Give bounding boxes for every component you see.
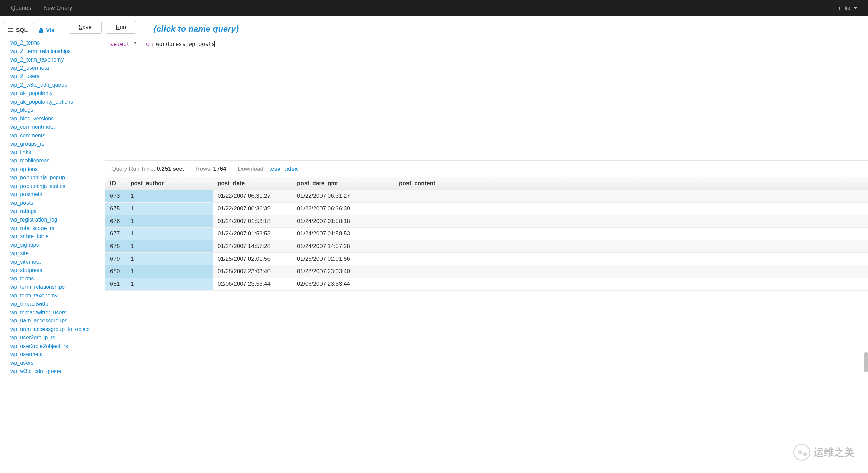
cell-post_date: 01/25/2007 02:01:56 — [213, 253, 292, 265]
cell-id: 676 — [105, 215, 126, 228]
cell-post_author: 1 — [126, 240, 213, 253]
column-header-post_author[interactable]: post_author — [126, 177, 213, 190]
cell-id: 681 — [105, 278, 126, 291]
cell-post_date: 01/24/2007 14:57:28 — [213, 240, 292, 253]
list-icon — [8, 28, 13, 33]
sidebar-item-wp_ak_popularity[interactable]: wp_ak_popularity — [10, 89, 105, 98]
cell-post_date: 01/24/2007 01:58:53 — [213, 228, 292, 240]
user-name: mike — [839, 5, 850, 11]
cell-post_author: 1 — [126, 203, 213, 215]
cell-id: 677 — [105, 228, 126, 240]
tab-vis[interactable]: Vis — [34, 23, 61, 37]
nav-new-query[interactable]: New Query — [44, 5, 72, 12]
table-row[interactable]: 681102/06/2007 23:53:4402/06/2007 23:53:… — [105, 278, 868, 291]
cell-post_author: 1 — [126, 228, 213, 240]
sidebar-item-wp_popupninja_statics[interactable]: wp_popupninja_statics — [10, 182, 105, 191]
column-header-post_content[interactable]: post_content — [394, 177, 868, 190]
cell-post_date_gmt: 01/28/2007 23:03:40 — [292, 265, 394, 278]
table-row[interactable]: 680101/28/2007 23:03:4001/28/2007 23:03:… — [105, 265, 868, 278]
column-header-ID[interactable]: ID — [105, 177, 126, 190]
sidebar-item-wp_posts[interactable]: wp_posts — [10, 199, 105, 207]
download-xlsx[interactable]: .xlsx — [285, 165, 298, 172]
cell-post_content — [394, 253, 868, 265]
sidebar-item-wp_mobilepress[interactable]: wp_mobilepress — [10, 157, 105, 165]
cell-id: 680 — [105, 265, 126, 278]
results-table: IDpost_authorpost_datepost_date_gmtpost_… — [105, 177, 868, 291]
cell-id: 673 — [105, 190, 126, 203]
cell-post_date_gmt: 01/24/2007 14:57:28 — [292, 240, 394, 253]
user-menu[interactable]: mike — [839, 5, 857, 11]
nav-queries[interactable]: Queries — [11, 5, 31, 12]
table-row[interactable]: 679101/25/2007 02:01:5601/25/2007 02:01:… — [105, 253, 868, 265]
sql-editor[interactable]: select * from wordpress.wp_posts — [105, 37, 868, 160]
sidebar-item-wp_registration_log[interactable]: wp_registration_log — [10, 216, 105, 224]
sidebar-item-wp_uam_accessgroup_to_object[interactable]: wp_uam_accessgroup_to_object — [10, 325, 105, 334]
sidebar-item-wp_users[interactable]: wp_users — [10, 359, 105, 367]
cell-post_date: 01/28/2007 23:03:40 — [213, 265, 292, 278]
sidebar-item-wp_statpress[interactable]: wp_statpress — [10, 266, 105, 275]
save-button[interactable]: Save — [69, 21, 102, 34]
cell-post_author: 1 — [126, 265, 213, 278]
sidebar-item-wp_sabre_table[interactable]: wp_sabre_table — [10, 232, 105, 241]
sidebar-item-wp_term_relationships[interactable]: wp_term_relationships — [10, 283, 105, 292]
sidebar-item-wp_2_terms[interactable]: wp_2_terms — [10, 39, 105, 47]
sidebar-item-wp_threadtwitter[interactable]: wp_threadtwitter — [10, 300, 105, 309]
sidebar-item-wp_threadtwitter_users[interactable]: wp_threadtwitter_users — [10, 309, 105, 317]
cell-post_date_gmt: 02/06/2007 23:53:44 — [292, 278, 394, 291]
results-table-container[interactable]: IDpost_authorpost_datepost_date_gmtpost_… — [105, 177, 868, 473]
cell-post_date: 01/22/2007 06:36:39 — [213, 203, 292, 215]
sidebar-item-wp_2_w3tc_cdn_queue[interactable]: wp_2_w3tc_cdn_queue — [10, 81, 105, 89]
sidebar-item-wp_user2group_rs[interactable]: wp_user2group_rs — [10, 334, 105, 342]
sidebar-item-wp_w3tc_cdn_queue[interactable]: wp_w3tc_cdn_queue — [10, 367, 105, 376]
sidebar-item-wp_2_users[interactable]: wp_2_users — [10, 72, 105, 81]
cell-post_author: 1 — [126, 190, 213, 203]
sidebar-item-wp_popupninja_popup[interactable]: wp_popupninja_popup — [10, 174, 105, 182]
cell-post_date_gmt: 01/25/2007 02:01:56 — [292, 253, 394, 265]
cell-post_date_gmt: 01/22/2007 06:36:39 — [292, 203, 394, 215]
scrollbar-thumb[interactable] — [864, 352, 868, 372]
tab-sql[interactable]: SQL — [3, 23, 34, 37]
table-row[interactable]: 676101/24/2007 01:58:1801/24/2007 01:58:… — [105, 215, 868, 228]
sidebar-item-wp_blog_versions[interactable]: wp_blog_versions — [10, 115, 105, 123]
sidebar-item-wp_uam_accessgroups[interactable]: wp_uam_accessgroups — [10, 317, 105, 325]
column-header-post_date_gmt[interactable]: post_date_gmt — [292, 177, 394, 190]
cell-post_date: 02/06/2007 23:53:44 — [213, 278, 292, 291]
cell-id: 679 — [105, 253, 126, 265]
sidebar-item-wp_user2role2object_rs[interactable]: wp_user2role2object_rs — [10, 342, 105, 351]
sidebar-item-wp_links[interactable]: wp_links — [10, 148, 105, 157]
table-row[interactable]: 675101/22/2007 06:36:3901/22/2007 06:36:… — [105, 203, 868, 215]
cell-post_author: 1 — [126, 215, 213, 228]
cell-post_date_gmt: 01/24/2007 01:58:18 — [292, 215, 394, 228]
table-row[interactable]: 677101/24/2007 01:58:5301/24/2007 01:58:… — [105, 228, 868, 240]
cell-id: 675 — [105, 203, 126, 215]
cell-post_author: 1 — [126, 253, 213, 265]
sidebar-item-wp_usermeta[interactable]: wp_usermeta — [10, 350, 105, 359]
sidebar-item-wp_ak_popularity_options[interactable]: wp_ak_popularity_options — [10, 98, 105, 106]
tables-sidebar[interactable]: wp_2_termswp_2_term_relationshipswp_2_te… — [0, 37, 105, 473]
column-header-post_date[interactable]: post_date — [213, 177, 292, 190]
sidebar-item-wp_options[interactable]: wp_options — [10, 165, 105, 174]
run-button[interactable]: Run — [106, 21, 136, 34]
table-row[interactable]: 673101/22/2007 06:31:2701/22/2007 06:31:… — [105, 190, 868, 203]
sidebar-item-wp_terms[interactable]: wp_terms — [10, 275, 105, 283]
query-name-input[interactable]: (click to name query) — [154, 24, 239, 34]
sidebar-item-wp_term_taxonomy[interactable]: wp_term_taxonomy — [10, 292, 105, 300]
sidebar-item-wp_2_term_relationships[interactable]: wp_2_term_relationships — [10, 47, 105, 56]
sidebar-item-wp_ratings[interactable]: wp_ratings — [10, 207, 105, 216]
cell-post_date: 01/22/2007 06:31:27 — [213, 190, 292, 203]
sidebar-item-wp_2_term_taxonomy[interactable]: wp_2_term_taxonomy — [10, 56, 105, 64]
sidebar-item-wp_commentmeta[interactable]: wp_commentmeta — [10, 123, 105, 132]
sidebar-item-wp_comments[interactable]: wp_comments — [10, 132, 105, 140]
sidebar-item-wp_site[interactable]: wp_site — [10, 249, 105, 258]
sidebar-item-wp_sitemeta[interactable]: wp_sitemeta — [10, 258, 105, 266]
table-row[interactable]: 678101/24/2007 14:57:2801/24/2007 14:57:… — [105, 240, 868, 253]
cell-id: 678 — [105, 240, 126, 253]
sidebar-item-wp_role_scope_rs[interactable]: wp_role_scope_rs — [10, 224, 105, 233]
result-meta: Query Run Time: 0.251 sec. Rows: 1764 Do… — [105, 160, 868, 177]
download-csv[interactable]: .csv — [269, 165, 280, 172]
sidebar-item-wp_blogs[interactable]: wp_blogs — [10, 106, 105, 115]
sidebar-item-wp_signups[interactable]: wp_signups — [10, 241, 105, 249]
sidebar-item-wp_postmeta[interactable]: wp_postmeta — [10, 190, 105, 199]
sidebar-item-wp_groups_rs[interactable]: wp_groups_rs — [10, 140, 105, 148]
sidebar-item-wp_2_usermeta[interactable]: wp_2_usermeta — [10, 64, 105, 72]
